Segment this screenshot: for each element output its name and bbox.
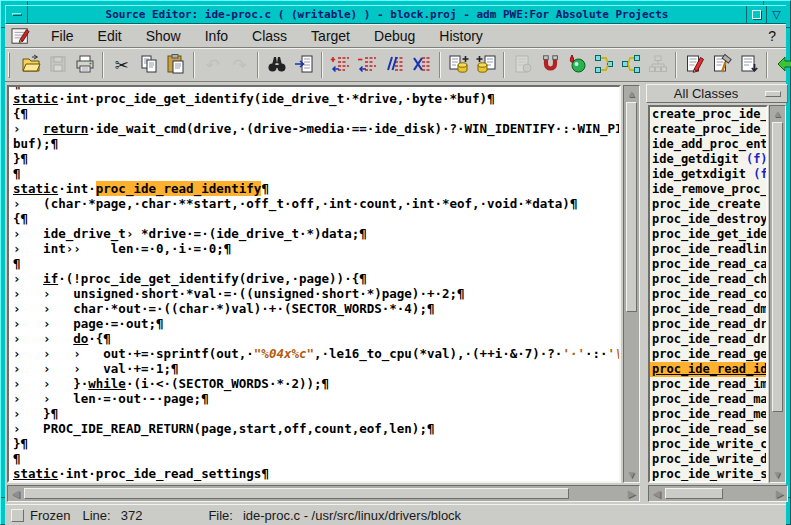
- help-menu[interactable]: ?: [758, 26, 786, 46]
- scroll-down-icon[interactable]: ▼: [770, 467, 785, 482]
- goto-line-button[interactable]: [290, 52, 317, 78]
- scroll-up-icon[interactable]: ▲: [770, 106, 785, 121]
- class-list-item[interactable]: proc_ide_read_driver: [650, 317, 766, 332]
- class-list-item[interactable]: proc_ide_read_mate: [650, 392, 766, 407]
- scroll-right-icon[interactable]: ▶: [624, 486, 639, 501]
- class-list-item[interactable]: proc_ide_read_dmesg: [650, 302, 766, 317]
- grab-button[interactable]: [536, 52, 563, 78]
- toolbar-separator: [193, 52, 195, 78]
- code-line: › › › val·+=·1;¶: [13, 361, 619, 376]
- code-line: {¶: [13, 211, 619, 226]
- window-title: Source Editor: ide-proc.c ( (writable) )…: [28, 6, 746, 23]
- merge-left-button[interactable]: [590, 52, 617, 78]
- main-area: ¶static·int·proc_ide_get_identify(ide_dr…: [5, 82, 786, 520]
- open-file-button[interactable]: [17, 52, 44, 78]
- hierarchy-button[interactable]: [644, 52, 671, 78]
- code-editor[interactable]: ¶static·int·proc_ide_get_identify(ide_dr…: [7, 85, 621, 483]
- edit-source-button[interactable]: [681, 52, 708, 78]
- find-button[interactable]: [263, 52, 290, 78]
- maximize-button[interactable]: [746, 6, 766, 23]
- class-list-item[interactable]: proc_ide_write_config: [650, 437, 766, 452]
- class-list-item[interactable]: create_proc_ide_interfaces: [650, 122, 766, 137]
- menu-file[interactable]: File: [39, 26, 86, 46]
- toolbar-grip[interactable]: [8, 52, 10, 78]
- line-label: Line:: [82, 508, 110, 523]
- classes-vertical-scrollbar[interactable]: ▲ ▼: [769, 105, 786, 483]
- class-list-item[interactable]: proc_ide_read_media: [650, 407, 766, 422]
- save-icon: [47, 53, 69, 78]
- editor-vscroll-thumb[interactable]: [626, 102, 637, 312]
- class-list-item[interactable]: proc_ide_read_config: [650, 287, 766, 302]
- menu-class[interactable]: Class: [240, 26, 299, 46]
- uncomment-button[interactable]: [408, 52, 435, 78]
- merge-right-button[interactable]: [617, 52, 644, 78]
- menu-edit[interactable]: Edit: [86, 26, 134, 46]
- classes-horizontal-scrollbar[interactable]: ◀ ▶: [648, 485, 788, 502]
- editor-vertical-scrollbar[interactable]: ▲ ▼: [623, 85, 640, 483]
- class-list-item[interactable]: proc_ide_read_channel: [650, 272, 766, 287]
- shade-button[interactable]: ▽: [766, 6, 786, 23]
- class-list-item[interactable]: proc_ide_read_identify: [650, 362, 766, 377]
- generate-doc-button[interactable]: [509, 52, 536, 78]
- indent-remove-icon: [357, 53, 379, 78]
- editor-horizontal-scrollbar[interactable]: ◀ ▶: [7, 485, 640, 502]
- class-list-item[interactable]: proc_ide_read_settings: [650, 422, 766, 437]
- paste-button[interactable]: [162, 52, 189, 78]
- add-from-project-button[interactable]: [472, 52, 499, 78]
- scroll-left-icon[interactable]: ◀: [649, 486, 664, 501]
- titlebar[interactable]: Source Editor: ide-proc.c ( (writable) )…: [5, 5, 786, 24]
- print-button[interactable]: [71, 52, 98, 78]
- generate-doc-icon: [512, 53, 534, 78]
- scroll-up-icon[interactable]: ▲: [624, 86, 639, 101]
- class-list-item[interactable]: ide_getdigit (f): [650, 152, 766, 167]
- class-list-item[interactable]: ide_add_proc_entries: [650, 137, 766, 152]
- indent-add-button[interactable]: [327, 52, 354, 78]
- class-list-item[interactable]: proc_ide_read_drives: [650, 332, 766, 347]
- scroll-down-icon[interactable]: ▼: [624, 467, 639, 482]
- menu-debug[interactable]: Debug: [362, 26, 427, 46]
- toolbar-separator: [503, 52, 505, 78]
- history-back-button[interactable]: [772, 52, 791, 78]
- classes-vscroll-thumb[interactable]: [772, 122, 783, 412]
- add-to-project-button[interactable]: [445, 52, 472, 78]
- window-menu-button[interactable]: [6, 6, 28, 23]
- scroll-left-icon[interactable]: ◀: [8, 486, 23, 501]
- copy-button[interactable]: [135, 52, 162, 78]
- build-button[interactable]: [708, 52, 735, 78]
- comment-button[interactable]: [381, 52, 408, 78]
- line-number: 372: [121, 508, 143, 523]
- menu-info[interactable]: Info: [193, 26, 240, 46]
- redo-button[interactable]: ↷: [226, 52, 253, 78]
- class-list-item[interactable]: proc_ide_write_settings: [650, 467, 766, 482]
- refresh-colors-button[interactable]: [563, 52, 590, 78]
- class-list-item[interactable]: proc_ide_destroy: [650, 212, 766, 227]
- save-button[interactable]: [44, 52, 71, 78]
- code-line: static·int·proc_ide_read_settings¶: [13, 466, 619, 481]
- load-file-button[interactable]: [735, 52, 762, 78]
- class-list-item[interactable]: proc_ide_write_driver: [650, 452, 766, 467]
- editor-app-icon: [11, 27, 31, 45]
- class-list-item[interactable]: create_proc_ide_drives: [650, 107, 766, 122]
- menu-history[interactable]: History: [427, 26, 495, 46]
- code-line: › return·ide_wait_cmd(drive,·(drive->med…: [13, 121, 619, 136]
- frozen-toggle[interactable]: [11, 509, 24, 522]
- classes-hscroll-thumb[interactable]: [665, 488, 723, 499]
- scroll-right-icon[interactable]: ▶: [772, 486, 787, 501]
- class-list-item[interactable]: proc_ide_read_geometry: [650, 347, 766, 362]
- indent-remove-button[interactable]: [354, 52, 381, 78]
- cut-button[interactable]: ✂: [108, 52, 135, 78]
- class-list-item[interactable]: proc_ide_readlink: [650, 242, 766, 257]
- class-list-item[interactable]: proc_ide_get_identify: [650, 227, 766, 242]
- class-list-item[interactable]: ide_getxdigit (f): [650, 167, 766, 182]
- menu-show[interactable]: Show: [134, 26, 193, 46]
- undo-button[interactable]: ↶: [199, 52, 226, 78]
- class-list-item[interactable]: proc_ide_read_imodel: [650, 377, 766, 392]
- class-list-item[interactable]: proc_ide_create: [650, 197, 766, 212]
- class-list-item[interactable]: ide_remove_proc_entries: [650, 182, 766, 197]
- classes-filter-dropdown[interactable]: All Classes: [646, 84, 788, 103]
- menu-target[interactable]: Target: [299, 26, 362, 46]
- code-line: › › › out·+=·sprintf(out,·"%04x%c",·le16…: [13, 346, 619, 361]
- editor-hscroll-thumb[interactable]: [24, 488, 569, 499]
- classes-list[interactable]: create_proc_ide_drivescreate_proc_ide_in…: [648, 105, 768, 483]
- class-list-item[interactable]: proc_ide_read_capacity: [650, 257, 766, 272]
